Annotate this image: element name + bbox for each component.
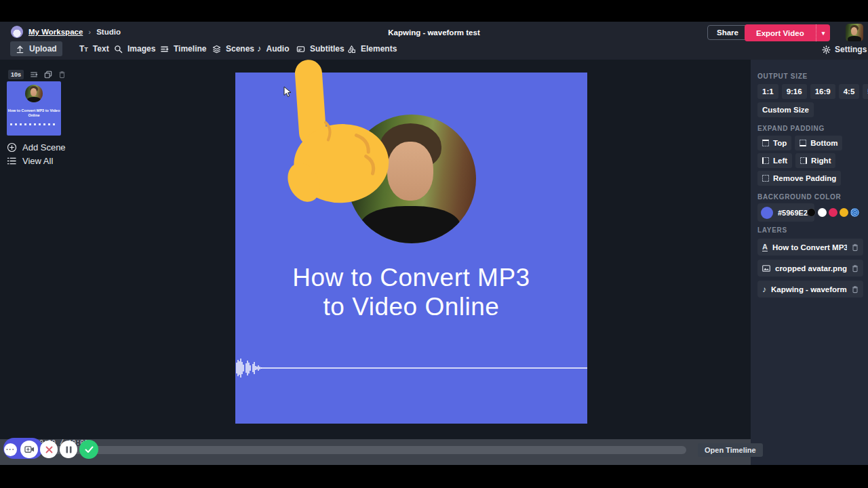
- cancel-button[interactable]: [40, 441, 58, 458]
- layer-row-text[interactable]: A How to Convert MP3 t...: [757, 239, 863, 256]
- playback-progress-bar[interactable]: [8, 446, 686, 454]
- list-icon: [7, 157, 17, 165]
- add-scene-button[interactable]: Add Scene: [7, 142, 66, 152]
- toolbar-subtitles[interactable]: Subtitles: [291, 41, 350, 56]
- confirm-button[interactable]: [79, 440, 98, 459]
- pad-right-button[interactable]: Right: [795, 153, 835, 168]
- trash-icon[interactable]: [58, 70, 66, 79]
- padding-row-2: Left Right: [757, 153, 835, 168]
- toolbar-scenes-label: Scenes: [226, 44, 254, 54]
- scene-toolbar: 10s: [8, 70, 66, 79]
- pad-top-icon: [762, 140, 769, 146]
- avatar-shirt: [848, 36, 861, 41]
- export-video-button[interactable]: Export Video ▾: [745, 24, 830, 41]
- export-options-caret[interactable]: ▾: [816, 24, 831, 41]
- toolbar-images[interactable]: Images: [108, 41, 161, 56]
- upload-icon: [16, 45, 24, 54]
- remove-padding-icon: [762, 175, 769, 182]
- gear-icon: [822, 45, 831, 54]
- toolbar-elements-label: Elements: [361, 44, 397, 54]
- toolbar-timeline-label: Timeline: [174, 44, 206, 54]
- export-video-label[interactable]: Export Video: [745, 24, 816, 41]
- toolbar-images-label: Images: [127, 44, 155, 54]
- swatch-black[interactable]: [807, 208, 816, 217]
- open-timeline-button[interactable]: Open Timeline: [698, 443, 763, 457]
- output-size-options: 1:1 9:16 16:9 4:5 5:4: [757, 84, 868, 99]
- size-16-9-button[interactable]: 16:9: [810, 84, 835, 99]
- canvas-title-line1: How to Convert MP3: [235, 263, 587, 292]
- swatch-white[interactable]: [818, 208, 827, 217]
- record-camera-button[interactable]: [20, 441, 38, 458]
- chevron-down-icon: ▾: [822, 30, 825, 37]
- custom-size-button[interactable]: Custom Size: [757, 102, 814, 117]
- toolbar-timeline[interactable]: Timeline: [155, 41, 212, 56]
- pad-right-icon: [800, 157, 807, 164]
- thumb-title-text: How to Convert MP3 to Video Online: [7, 108, 61, 118]
- size-4-5-button[interactable]: 4:5: [839, 84, 860, 99]
- toolbar-upload[interactable]: Upload: [10, 41, 62, 56]
- view-all-label: View All: [22, 156, 53, 166]
- pad-bottom-icon: [800, 140, 806, 146]
- timeline-icon: [160, 45, 169, 54]
- padding-row-1: Top Bottom: [757, 136, 842, 150]
- background-color-picker[interactable]: #5969E2: [757, 203, 814, 222]
- layer-row-audio[interactable]: ♪ Kapwing - waveform t...: [757, 281, 863, 298]
- image-layer-icon: [762, 265, 770, 272]
- swatch-pink[interactable]: [829, 208, 837, 217]
- remove-padding-label: Remove Padding: [773, 174, 836, 182]
- header-bar: My Workspace › Studio Kapwing - waveform…: [0, 22, 868, 60]
- scene-duration-badge: 10s: [8, 70, 24, 79]
- canvas-title-line2: to Video Online: [235, 292, 587, 321]
- pointing-finger-emoji: [275, 57, 390, 206]
- pad-left-label: Left: [773, 157, 787, 165]
- toolbar-elements[interactable]: Elements: [342, 41, 402, 56]
- swatch-yellow[interactable]: [840, 208, 848, 217]
- size-9-16-button[interactable]: 9:16: [782, 84, 807, 99]
- scene-edit-icon[interactable]: [30, 70, 38, 79]
- toolbar-audio[interactable]: ♪ Audio: [252, 41, 295, 56]
- layer-label: cropped avatar.png: [775, 264, 847, 272]
- layer-label: How to Convert MP3 t...: [772, 243, 847, 251]
- thumb-avatar-image: [25, 85, 43, 102]
- current-color-dot: [761, 207, 773, 219]
- pad-right-label: Right: [811, 157, 831, 165]
- avatar-face: [387, 142, 433, 201]
- thumb-waveform: [10, 123, 58, 125]
- pad-left-button[interactable]: Left: [757, 153, 792, 168]
- remove-padding-button[interactable]: Remove Padding: [757, 171, 841, 186]
- settings-button[interactable]: Settings: [822, 45, 867, 54]
- trash-icon[interactable]: [852, 285, 859, 293]
- camera-icon: [24, 445, 35, 453]
- subtitles-icon: [296, 45, 305, 54]
- mouse-cursor: [283, 86, 293, 98]
- canvas-title-text[interactable]: How to Convert MP3 to Video Online: [235, 263, 587, 321]
- more-options-button[interactable]: ···: [4, 443, 17, 456]
- layer-row-image[interactable]: cropped avatar.png: [757, 260, 863, 277]
- text-icon: TT: [79, 44, 88, 54]
- size-5-4-button[interactable]: 5:4: [863, 84, 868, 99]
- toolbar-upload-label: Upload: [29, 44, 57, 54]
- plus-circle-icon: [7, 142, 17, 152]
- view-all-button[interactable]: View All: [7, 156, 53, 166]
- share-button[interactable]: Share: [707, 25, 748, 40]
- trash-icon[interactable]: [852, 264, 859, 272]
- trash-icon[interactable]: [852, 243, 859, 251]
- color-swatches: [807, 208, 859, 217]
- layers-heading: LAYERS: [757, 226, 787, 234]
- search-icon: [114, 45, 123, 54]
- elements-icon: [347, 45, 356, 54]
- scene-thumbnail[interactable]: How to Convert MP3 to Video Online: [7, 81, 61, 136]
- audio-waveform[interactable]: [235, 358, 587, 378]
- size-1-1-button[interactable]: 1:1: [757, 84, 778, 99]
- background-color-heading: BACKGROUND COLOR: [757, 193, 841, 201]
- duplicate-icon[interactable]: [44, 70, 52, 79]
- swatch-custom-picker[interactable]: [850, 208, 859, 217]
- settings-label: Settings: [835, 45, 867, 54]
- user-avatar[interactable]: [846, 24, 863, 41]
- pause-button[interactable]: [60, 441, 77, 458]
- app-window: My Workspace › Studio Kapwing - waveform…: [0, 0, 868, 488]
- avatar-shirt: [360, 206, 460, 243]
- toolbar-text-label: Text: [93, 44, 109, 54]
- pad-top-button[interactable]: Top: [757, 136, 791, 150]
- pad-bottom-button[interactable]: Bottom: [795, 136, 842, 150]
